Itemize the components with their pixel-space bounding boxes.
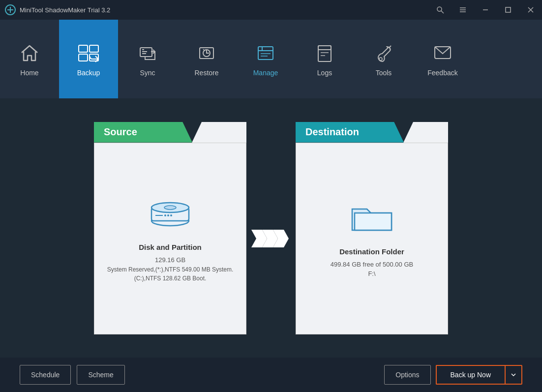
options-button[interactable]: Options <box>384 365 430 385</box>
minimize-button[interactable] <box>474 0 497 20</box>
svg-rect-7 <box>506 7 511 12</box>
window-controls <box>429 0 542 20</box>
maximize-button[interactable] <box>497 0 519 20</box>
main-content: Source Disk and Partition 129.16 GB <box>0 98 542 358</box>
app-icon <box>5 4 16 15</box>
schedule-button[interactable]: Schedule <box>20 365 71 385</box>
source-header: Source <box>94 122 192 143</box>
nav-item-tools[interactable]: Tools <box>354 20 413 98</box>
svg-point-1 <box>437 7 442 11</box>
nav-item-logs[interactable]: Logs <box>295 20 354 98</box>
backup-dropdown-button[interactable] <box>505 365 522 385</box>
source-size: 129.16 GB <box>155 255 185 265</box>
backup-now-button[interactable]: Back up Now <box>436 365 505 385</box>
backup-label: Backup <box>77 69 100 77</box>
svg-rect-20 <box>258 47 273 60</box>
destination-path: F:\ <box>368 269 375 279</box>
svg-rect-29 <box>318 46 331 50</box>
action-buttons: Options Back up Now <box>384 365 522 385</box>
svg-point-35 <box>164 206 176 210</box>
feedback-label: Feedback <box>427 69 457 77</box>
home-icon <box>18 41 41 65</box>
svg-point-39 <box>170 214 172 216</box>
logs-icon <box>313 41 336 65</box>
navbar: Home Backup Sync <box>0 20 542 98</box>
svg-rect-12 <box>90 45 98 52</box>
destination-free: 499.84 GB free of 500.00 GB <box>331 260 413 270</box>
menu-button[interactable] <box>452 0 474 20</box>
backup-icon <box>77 41 100 65</box>
destination-card-body[interactable]: Destination Folder 499.84 GB free of 500… <box>296 143 448 334</box>
logs-label: Logs <box>317 69 332 77</box>
svg-rect-10 <box>79 45 88 52</box>
tools-icon <box>372 41 395 65</box>
close-button[interactable] <box>519 0 542 20</box>
manage-label: Manage <box>253 69 278 77</box>
nav-item-sync[interactable]: Sync <box>118 20 177 98</box>
folder-icon <box>347 198 396 238</box>
source-card-wrapper: Source Disk and Partition 129.16 GB <box>94 122 246 334</box>
nav-item-home[interactable]: Home <box>0 20 59 98</box>
window-title: MiniTool ShadowMaker Trial 3.2 <box>20 6 110 14</box>
nav-item-feedback[interactable]: Feedback <box>413 20 472 98</box>
svg-rect-11 <box>79 54 88 61</box>
bottombar: Schedule Scheme Options Back up Now <box>0 358 542 392</box>
svg-line-2 <box>441 11 444 13</box>
tools-label: Tools <box>376 69 392 77</box>
nav-item-restore[interactable]: Restore <box>177 20 236 98</box>
svg-point-30 <box>379 58 382 60</box>
feedback-icon <box>431 41 454 65</box>
svg-point-38 <box>167 214 169 216</box>
sync-label: Sync <box>140 69 155 77</box>
manage-icon <box>254 41 277 65</box>
restore-icon <box>195 41 218 65</box>
nav-item-manage[interactable]: Manage <box>236 20 295 98</box>
destination-title: Destination Folder <box>339 247 404 256</box>
scheme-button[interactable]: Scheme <box>77 365 124 385</box>
svg-point-37 <box>164 214 166 216</box>
destination-header: Destination <box>296 122 404 143</box>
source-details: System Reserved,(*:),NTFS 549.00 MB Syst… <box>94 265 246 283</box>
disk-icon <box>146 194 195 233</box>
nav-item-backup[interactable]: Backup <box>59 20 118 98</box>
search-button[interactable] <box>429 0 452 20</box>
destination-card-wrapper: Destination Destination Folder 499.84 GB… <box>296 122 448 334</box>
home-label: Home <box>20 69 38 77</box>
arrow-indicator <box>246 228 296 249</box>
restore-label: Restore <box>194 69 218 77</box>
svg-rect-25 <box>318 46 331 61</box>
source-card-body[interactable]: Disk and Partition 129.16 GB System Rese… <box>94 143 246 334</box>
titlebar: MiniTool ShadowMaker Trial 3.2 <box>0 0 542 20</box>
sync-icon <box>136 41 159 65</box>
source-title: Disk and Partition <box>139 243 202 251</box>
